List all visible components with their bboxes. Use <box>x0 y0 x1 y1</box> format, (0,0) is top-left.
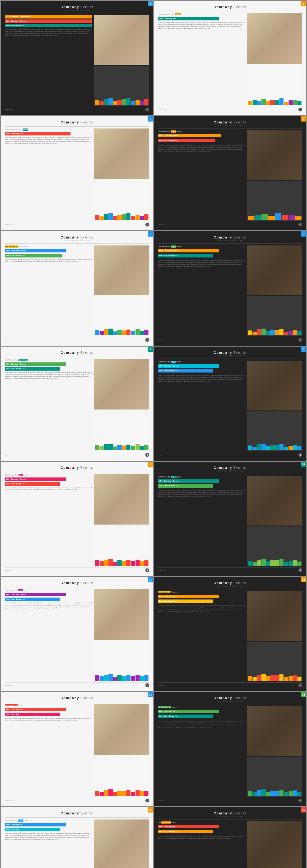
c-logo: C <box>145 338 149 342</box>
logo-text: Slogan.com <box>5 454 12 456</box>
header-subtitle: Lorem ipsum dolor sit amet <box>158 585 302 587</box>
c-logo: C <box>298 799 302 802</box>
slide-14: 14 Company Events Lorem ipsum dolor sit … <box>154 692 306 806</box>
header-subtitle: Lorem ipsum dolor sit amet <box>158 125 302 126</box>
headline-bar-1: With Company Eve <box>5 132 70 135</box>
headline-bar-1: With Company Ev... <box>158 825 219 828</box>
events-name: Events <box>80 811 94 815</box>
headline-partial: Get Wonderful Experience <box>158 361 245 363</box>
slide-number-10: 10 <box>301 462 306 467</box>
slide-6-header: Company Events Lorem ipsum dolor sit ame… <box>158 235 302 241</box>
events-name: Events <box>233 466 246 469</box>
headline-partial: Get Wonderful Experience <box>158 130 245 132</box>
chart-area <box>94 180 149 221</box>
headline-partial: Get Wonderful Expe... <box>158 822 245 824</box>
body-text: Lorem ipsum dolor sit amet, consectetuer… <box>158 605 245 613</box>
image-mock <box>247 130 302 180</box>
headline-bar-1: With Company Events <box>158 249 219 252</box>
headline-partial: Get Wonderful Expe... <box>158 591 245 593</box>
slide-number-5: 5 <box>148 231 153 237</box>
slide-2-header: Company Events <box>158 5 302 9</box>
chart-area <box>94 66 149 105</box>
headline-bar-1: With Company Events <box>5 477 66 481</box>
slide-13-header: Company Events <box>5 696 149 700</box>
slide-number-9: 9 <box>148 462 153 467</box>
events-name: Events <box>80 351 94 354</box>
headline-bar-1: With Company Ev... <box>5 823 66 827</box>
headline-bar-1: With Company Ev... <box>158 710 219 713</box>
body-text: Lorem ipsum dolor sit amet, consectetuer… <box>5 372 92 379</box>
headline-bar-2: For Future Business <box>5 367 60 371</box>
image-mock <box>94 15 149 65</box>
header-subtitle: Lorem ipsum dolor sit amet <box>158 700 302 702</box>
company-name: Company <box>213 466 232 469</box>
image-mock <box>94 359 149 409</box>
logo-text: Slogan.com <box>158 569 166 571</box>
header-subtitle: Lorem ipsum dolor sit amet <box>158 240 302 241</box>
company-name: Company <box>213 120 232 124</box>
headline-partial: Get Wonderful Experience <box>5 819 92 822</box>
chart-area <box>247 526 302 566</box>
slide-number-14: 14 <box>301 692 306 697</box>
headline-bar-2: For Future Business <box>158 254 213 257</box>
image-mock <box>94 128 149 179</box>
chart-area <box>247 181 302 221</box>
slide-4-header: Company Events Lorem ipsum dolor sit ame… <box>158 120 302 126</box>
company-name: Company <box>213 351 232 354</box>
headline-bar-1: With Company Events <box>158 134 221 137</box>
slide-number-11: 11 <box>148 577 153 582</box>
image-mock <box>247 361 302 410</box>
headline-bar-2: For Future Biz <box>5 828 60 831</box>
chart-area <box>94 410 149 451</box>
slide-5-header: Company Events Lorem ipsum dolor sit ame… <box>5 235 149 241</box>
slide-number-8: 8 <box>301 347 306 352</box>
headline-bar-1: With Company Ev... <box>158 595 219 598</box>
slide-9-header: Company Events <box>5 465 149 470</box>
headline-bar-1: Get Wonderful Experience <box>5 15 92 19</box>
c-logo: C <box>298 338 302 342</box>
image-mock <box>94 819 149 868</box>
slide-number-7: 7 <box>148 347 153 352</box>
chart-area <box>247 65 302 105</box>
company-name: Company <box>213 581 232 585</box>
company-name: Company <box>61 351 79 354</box>
company-name: Company <box>213 236 232 239</box>
logo-text: Slogan.com <box>5 224 12 225</box>
slide-number-13: 13 <box>148 692 153 697</box>
events-name: Events <box>80 120 94 124</box>
c-logo: C <box>298 683 302 687</box>
slide-16: 16 Company Events Lorem ipsum dolor sit … <box>154 807 306 868</box>
headline-partial: Get Wonderful Experience <box>5 245 92 248</box>
company-name: Company <box>61 466 79 469</box>
slide-7-header: Company Events <box>5 350 149 355</box>
headline-bar-1: With Company Events <box>158 364 219 368</box>
headline-partial: Get Wonderful Experience <box>5 359 92 361</box>
logo-text: Slogan.com <box>158 224 166 225</box>
logo-text: Slogan.com <box>158 684 166 686</box>
company-name: Company <box>213 811 232 815</box>
headline-partial: Get Wonderful Expe... <box>5 704 92 706</box>
body-text: Lorem ipsum dolor sit amet, consectetuer… <box>158 259 245 267</box>
c-logo: C <box>298 223 302 226</box>
slide-9: 9 Company Events Get Wonderful Experienc… <box>1 462 153 576</box>
body-text: Lorem ipsum dolor sit amet, consectetuer… <box>5 602 92 610</box>
company-name: Company <box>61 696 79 700</box>
events-name: Events <box>233 696 246 700</box>
c-logo: C <box>145 568 149 572</box>
slide-4: 4 Company Events Lorem ipsum dolor sit a… <box>154 116 306 230</box>
slide-number-1: 1 <box>148 1 153 6</box>
headline-bar-2: For Future Business <box>158 484 213 488</box>
image-mock <box>247 476 302 526</box>
slide-10-header: Company Events Lorem ipsum dolor sit ame… <box>158 465 302 472</box>
events-name: Events <box>80 5 94 9</box>
headline-bar-2: For Future Business <box>158 369 213 373</box>
slide-8: 8 Company Events Lorem ipsum dolor sit a… <box>154 347 306 461</box>
slide-11: 11 Company Events Get Wonderful Experien… <box>1 577 153 691</box>
logo-text: Slogan.com <box>5 800 12 801</box>
slide-16-header: Company Events Lorem ipsum dolor sit ame… <box>158 811 302 817</box>
slide-10: 10 Company Events Lorem ipsum dolor sit … <box>154 462 306 576</box>
chart-area <box>94 526 149 566</box>
headline-partial: Get Wonderful Experience <box>158 476 245 478</box>
headline-partial: Get Wonderful Experience <box>5 128 92 131</box>
events-name: Events <box>233 5 246 9</box>
